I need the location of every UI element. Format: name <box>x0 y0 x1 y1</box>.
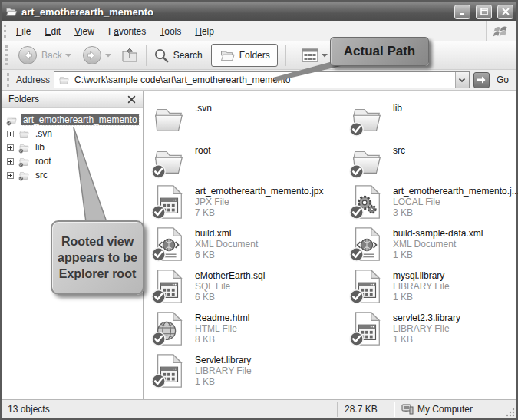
file-size: 3 KB <box>393 207 518 218</box>
folders-toggle-button[interactable]: Folders <box>211 44 278 67</box>
folders-label: Folders <box>239 50 270 61</box>
maximize-button[interactable] <box>476 5 492 19</box>
file-name[interactable]: Servlet.library <box>195 355 252 365</box>
file-size: 6 KB <box>195 250 258 260</box>
plus-icon <box>8 145 13 150</box>
file-name[interactable]: src <box>393 145 405 156</box>
tree-item-dot-svn[interactable]: .svn <box>5 127 143 141</box>
expand-toggle[interactable] <box>7 144 14 151</box>
file-tile[interactable]: art_emotherearth_memento.jpxJPX File7 KB <box>151 184 343 220</box>
menu-item-file[interactable]: File <box>9 23 38 40</box>
file-tile[interactable]: lib <box>349 101 518 137</box>
file-name[interactable]: .svn <box>195 103 212 114</box>
file-name[interactable]: lib <box>393 103 402 114</box>
file-tile[interactable]: .svn <box>151 101 343 137</box>
close-button[interactable] <box>497 5 513 19</box>
file-name[interactable]: Readme.html <box>195 313 249 323</box>
file-tile[interactable]: src <box>349 144 518 179</box>
tree-item-label[interactable]: art_emotherearth_memento <box>21 114 139 125</box>
file-name[interactable]: art_emotherearth_memento.j... <box>393 186 518 197</box>
tree-item-label[interactable]: lib <box>34 142 46 153</box>
up-button[interactable] <box>118 45 141 66</box>
file-tile[interactable]: eMotherEarth.sqlSQL File6 KB <box>151 269 343 304</box>
toolbar-separator-2 <box>285 45 286 66</box>
tree-item-art_emotherearth_memento[interactable]: art_emotherearth_memento <box>5 113 143 127</box>
tree-item-label[interactable]: .svn <box>34 128 54 139</box>
address-input[interactable]: C:\work\sample code\art\art_emotherearth… <box>54 71 470 88</box>
versioned-folder-icon <box>18 156 31 167</box>
status-bar: 13 objects 28.7 KB My Computer <box>2 399 516 418</box>
tree-item-label[interactable]: root <box>34 156 53 167</box>
file-tile-text: .svn <box>195 101 212 137</box>
status-location-label: My Computer <box>417 404 473 415</box>
file-tile[interactable]: build.xmlXML Document6 KB <box>151 227 343 262</box>
folder-glyph <box>18 142 31 154</box>
file-name[interactable]: servlet2.3.library <box>393 313 460 323</box>
go-button[interactable] <box>473 72 490 88</box>
file-name[interactable]: build.xml <box>195 228 258 239</box>
file-tile[interactable]: root <box>151 144 343 179</box>
tree-item-lib[interactable]: lib <box>5 141 143 154</box>
file-type: LIBRARY File <box>393 323 460 334</box>
file-tile[interactable]: mysql.libraryLIBRARY File1 KB <box>349 269 518 304</box>
menu-item-help[interactable]: Help <box>188 23 221 40</box>
toolbar-separator <box>146 45 147 66</box>
views-button[interactable] <box>299 46 331 64</box>
folder-glyph <box>5 114 18 126</box>
file-type: SQL File <box>195 281 265 292</box>
file-name[interactable]: build-sample-data.xml <box>393 228 483 239</box>
search-button[interactable]: Search <box>151 46 208 65</box>
version-check-badge-icon <box>151 353 186 389</box>
folder-icon <box>349 101 384 137</box>
views-dropdown-icon[interactable] <box>322 53 328 58</box>
forward-button[interactable] <box>80 44 114 67</box>
file-name[interactable]: root <box>195 145 211 156</box>
folder-glyph <box>18 156 31 167</box>
address-dropdown-button[interactable] <box>455 72 469 88</box>
file-name[interactable]: eMotherEarth.sql <box>195 270 265 281</box>
tree-item-label[interactable]: src <box>34 170 49 180</box>
expand-toggle[interactable] <box>7 131 14 137</box>
tree-item-src[interactable]: src <box>5 168 143 182</box>
file-type: XML Document <box>195 239 258 250</box>
file-tile[interactable]: build-sample-data.xmlXML Document1 KB <box>349 227 518 262</box>
menu-item-view[interactable]: View <box>68 23 101 40</box>
versioned-folder-icon <box>18 142 31 154</box>
folder-icon <box>18 128 31 140</box>
menu-item-edit[interactable]: Edit <box>38 23 68 40</box>
close-sidebar-icon[interactable] <box>127 95 136 104</box>
go-label[interactable]: Go <box>497 74 509 85</box>
file-name[interactable]: mysql.library <box>393 270 450 281</box>
file-name[interactable]: art_emotherearth_memento.jpx <box>195 186 323 197</box>
address-drag-handle[interactable] <box>7 73 11 87</box>
expand-toggle[interactable] <box>7 158 14 165</box>
resize-grip[interactable] <box>505 407 516 418</box>
file-type: LIBRARY File <box>195 365 252 376</box>
file-tile[interactable]: art_emotherearth_memento.j...LOCAL File3… <box>349 184 518 220</box>
tree-item-root[interactable]: root <box>5 154 143 168</box>
toolbar-drag-handle[interactable] <box>5 45 9 64</box>
go-arrow-icon <box>476 74 487 85</box>
file-tile-text: build.xmlXML Document6 KB <box>195 227 258 262</box>
doc-window-icon <box>151 353 186 389</box>
menu-drag-handle[interactable] <box>4 25 8 38</box>
status-size: 28.7 KB <box>338 400 394 418</box>
menu-item-tools[interactable]: Tools <box>153 23 188 40</box>
file-tile[interactable]: servlet2.3.libraryLIBRARY File1 KB <box>349 311 518 346</box>
plus-icon <box>8 159 13 164</box>
window-title: art_emotherearth_memento <box>21 6 449 18</box>
minimize-button[interactable] <box>454 5 470 19</box>
version-check-badge-icon <box>349 227 384 262</box>
doc-window-icon <box>349 269 384 304</box>
menu-item-favorites[interactable]: Favorites <box>101 23 153 40</box>
file-tile[interactable]: Readme.htmlHTML File8 KB <box>151 311 343 346</box>
file-tile[interactable]: Servlet.libraryLIBRARY File1 KB <box>151 353 343 389</box>
file-size: 1 KB <box>393 250 483 260</box>
expand-toggle[interactable] <box>7 172 14 179</box>
back-dropdown-icon[interactable] <box>65 53 71 58</box>
forward-dropdown-icon[interactable] <box>105 53 111 58</box>
address-path[interactable]: C:\work\sample code\art\art_emotherearth… <box>74 74 451 85</box>
version-check-badge-icon <box>151 227 186 262</box>
version-check-badge-icon <box>349 184 384 220</box>
back-button[interactable]: Back <box>15 44 74 67</box>
